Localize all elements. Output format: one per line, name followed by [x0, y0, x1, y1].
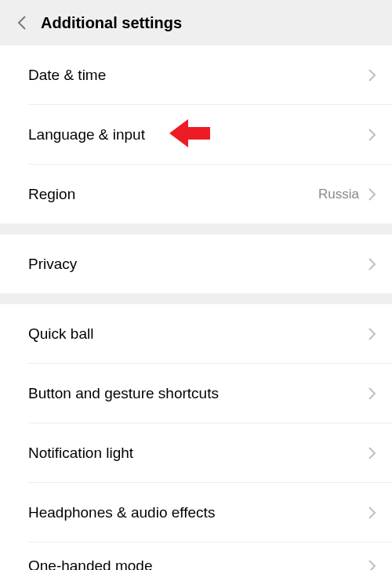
back-icon[interactable]: [11, 12, 33, 34]
chevron-right-icon: [367, 70, 378, 81]
row-language-input[interactable]: Language & input: [0, 105, 392, 164]
row-label: Language & input: [28, 126, 367, 143]
chevron-right-icon: [367, 388, 378, 399]
chevron-right-icon: [367, 189, 378, 200]
row-label: Button and gesture shortcuts: [28, 385, 367, 402]
chevron-right-icon: [367, 507, 378, 518]
row-label: Date & time: [28, 67, 367, 84]
chevron-right-icon: [367, 448, 378, 459]
row-button-gesture-shortcuts[interactable]: Button and gesture shortcuts: [0, 364, 392, 423]
row-label: Quick ball: [28, 325, 367, 343]
row-region[interactable]: Region Russia: [0, 165, 392, 223]
settings-group: Privacy: [0, 234, 392, 293]
chevron-right-icon: [367, 259, 378, 270]
row-privacy[interactable]: Privacy: [0, 234, 392, 293]
row-label: Privacy: [28, 256, 367, 273]
row-label: Region: [28, 186, 318, 203]
section-gap: [0, 293, 392, 304]
row-label: Headphones & audio effects: [28, 504, 367, 521]
row-date-time[interactable]: Date & time: [0, 45, 392, 104]
row-one-handed-mode[interactable]: One-handed mode: [0, 543, 392, 570]
page-title: Additional settings: [41, 14, 182, 32]
row-headphones-audio[interactable]: Headphones & audio effects: [0, 483, 392, 542]
row-quick-ball[interactable]: Quick ball: [0, 304, 392, 363]
row-label: Notification light: [28, 445, 367, 462]
settings-group: Quick ball Button and gesture shortcuts …: [0, 304, 392, 570]
chevron-right-icon: [367, 561, 378, 570]
settings-group: Date & time Language & input Region Russ…: [0, 45, 392, 223]
section-gap: [0, 223, 392, 234]
chevron-right-icon: [367, 129, 378, 140]
chevron-right-icon: [367, 329, 378, 339]
app-header: Additional settings: [0, 0, 392, 45]
row-value: Russia: [318, 187, 359, 202]
row-label: One-handed mode: [28, 557, 367, 570]
row-notification-light[interactable]: Notification light: [0, 423, 392, 482]
